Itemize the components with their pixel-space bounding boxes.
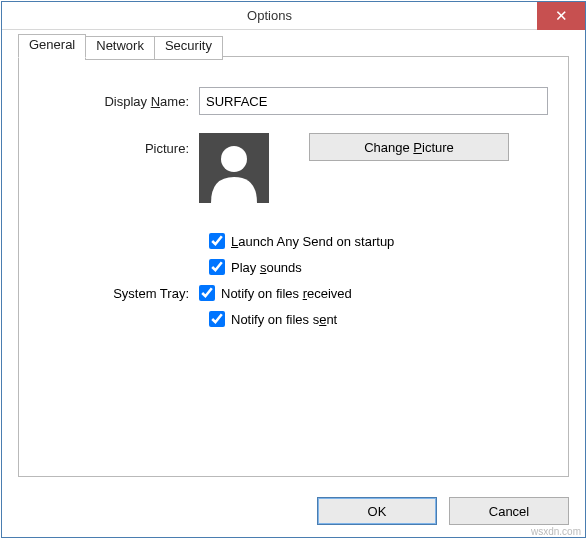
notify-received-row: System Tray: Notify on files received bbox=[39, 285, 548, 301]
avatar-icon bbox=[199, 133, 269, 203]
dialog-button-row: OK Cancel bbox=[2, 487, 585, 537]
window-title: Options bbox=[2, 8, 537, 23]
cancel-button[interactable]: Cancel bbox=[449, 497, 569, 525]
picture-row: Picture: Change Picture bbox=[39, 133, 548, 203]
launch-startup-label[interactable]: Launch Any Send on startup bbox=[231, 234, 394, 249]
display-name-row: Display Name: bbox=[39, 87, 548, 115]
play-sounds-row: Play sounds bbox=[39, 259, 548, 275]
tab-strip: General Network Security bbox=[18, 34, 222, 58]
dialog-body: General Network Security Display Name: P… bbox=[2, 30, 585, 487]
close-icon: ✕ bbox=[555, 7, 568, 25]
watermark: wsxdn.com bbox=[531, 526, 581, 537]
notify-received-checkbox[interactable] bbox=[199, 285, 215, 301]
system-tray-label: System Tray: bbox=[39, 286, 199, 301]
launch-startup-checkbox[interactable] bbox=[209, 233, 225, 249]
svg-point-1 bbox=[221, 146, 247, 172]
play-sounds-checkbox[interactable] bbox=[209, 259, 225, 275]
tab-security[interactable]: Security bbox=[154, 36, 223, 60]
play-sounds-label[interactable]: Play sounds bbox=[231, 260, 302, 275]
tab-network[interactable]: Network bbox=[85, 36, 155, 60]
close-button[interactable]: ✕ bbox=[537, 2, 585, 30]
ok-button[interactable]: OK bbox=[317, 497, 437, 525]
titlebar: Options ✕ bbox=[2, 2, 585, 30]
tab-general[interactable]: General bbox=[18, 34, 86, 58]
change-picture-button[interactable]: Change Picture bbox=[309, 133, 509, 161]
options-window: Options ✕ General Network Security Displ… bbox=[1, 1, 586, 538]
tab-content-general: Display Name: Picture: bbox=[19, 57, 568, 357]
notify-received-label[interactable]: Notify on files received bbox=[221, 286, 352, 301]
notify-sent-checkbox[interactable] bbox=[209, 311, 225, 327]
avatar bbox=[199, 133, 269, 203]
notify-sent-label[interactable]: Notify on files sent bbox=[231, 312, 337, 327]
notify-sent-row: Notify on files sent bbox=[39, 311, 548, 327]
display-name-input[interactable] bbox=[199, 87, 548, 115]
launch-startup-row: Launch Any Send on startup bbox=[39, 233, 548, 249]
tab-panel: General Network Security Display Name: P… bbox=[18, 56, 569, 477]
display-name-label: Display Name: bbox=[39, 94, 199, 109]
picture-label: Picture: bbox=[39, 133, 199, 156]
